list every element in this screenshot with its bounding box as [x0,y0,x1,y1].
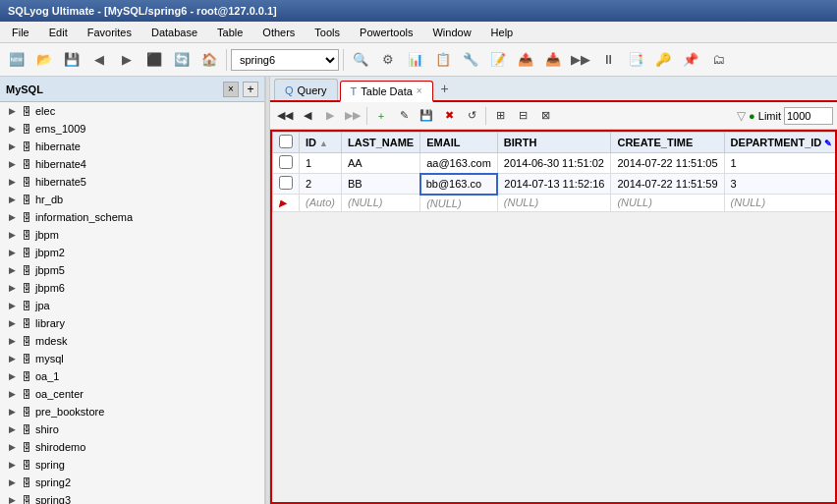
col-header-id[interactable]: ID ▲ [300,133,342,153]
menu-edit[interactable]: Edit [41,25,76,40]
menu-favorites[interactable]: Favorites [80,25,140,40]
cell-0-birth[interactable]: 2014-06-30 11:51:02 [497,153,611,174]
cell-0-id[interactable]: 1 [300,153,342,174]
toolbar-btn-9[interactable]: 🔍 [348,47,373,73]
toolbar-btn-22[interactable]: 🗂 [705,47,731,73]
new-row-cell-0[interactable]: (Auto) [300,195,342,212]
toolbar-btn-6[interactable]: ⬛ [141,47,167,73]
sidebar-item-spring3[interactable]: ▶🗄spring3 [0,491,264,504]
cell-0-email[interactable]: aa@163.com [420,153,498,174]
sidebar-item-hibernate[interactable]: ▶🗄hibernate [0,138,264,155]
sidebar-item-shiro[interactable]: ▶🗄shiro [0,420,264,438]
table-new-row[interactable]: ▶(Auto)(NULL)(NULL)(NULL)(NULL)(NULL) [273,195,838,212]
expander-oa_1[interactable]: ▶ [6,370,18,382]
tbl-btn-edit[interactable]: ✎ [393,105,415,127]
sidebar-item-ems_1009[interactable]: ▶🗄ems_1009 [0,120,264,138]
tbl-btn-delete[interactable]: ✖ [438,105,460,127]
sidebar-item-spring[interactable]: ▶🗄spring [0,456,264,474]
expander-library[interactable]: ▶ [6,317,18,329]
tbl-btn-last[interactable]: ▶▶ [342,105,363,127]
menu-table[interactable]: Table [209,25,251,40]
tbl-btn-add[interactable]: + [370,105,392,127]
sidebar-item-mdesk[interactable]: ▶🗄mdesk [0,332,264,350]
expander-ems_1009[interactable]: ▶ [6,123,18,135]
toolbar-btn-21[interactable]: 📌 [678,47,703,73]
toolbar-btn-15[interactable]: 📤 [513,47,538,73]
expander-spring2[interactable]: ▶ [6,476,18,488]
col-header-department-id[interactable]: DEPARTMENT_ID ✎ [724,133,837,153]
toolbar-btn-16[interactable]: 📥 [540,47,566,73]
tab-add-button[interactable]: + [435,79,455,98]
toolbar-btn-12[interactable]: 📋 [430,47,456,73]
expander-jbpm5[interactable]: ▶ [6,264,18,276]
expander-hibernate4[interactable]: ▶ [6,158,18,170]
cell-1-department_id[interactable]: 3 [724,174,837,195]
sidebar-item-jbpm[interactable]: ▶🗄jbpm [0,226,264,244]
expander-mysql[interactable]: ▶ [6,353,18,364]
tbl-btn-first[interactable]: ◀◀ [274,105,296,127]
limit-input[interactable] [784,107,833,125]
tbl-btn-prev[interactable]: ◀ [297,105,318,127]
cell-1-last_name[interactable]: BB [341,174,419,195]
sidebar-item-spring2[interactable]: ▶🗄spring2 [0,474,264,491]
menu-window[interactable]: Window [424,25,478,40]
expander-hibernate[interactable]: ▶ [6,140,18,152]
expander-pre_bookstore[interactable]: ▶ [6,406,18,418]
col-header-create-time[interactable]: CREATE_TIME [611,133,724,153]
sidebar-item-library[interactable]: ▶🗄library [0,314,264,332]
new-row-cell-1[interactable]: (NULL) [341,195,419,212]
expander-shirodemo[interactable]: ▶ [6,441,18,453]
menu-help[interactable]: Help [483,25,522,40]
new-row-cell-5[interactable]: (NULL) [724,195,837,212]
row-checkbox-0[interactable] [273,153,300,174]
cell-1-birth[interactable]: 2014-07-13 11:52:16 [497,174,611,195]
database-dropdown[interactable]: spring6 spring5 spring4 mysql [231,49,339,71]
toolbar-btn-4[interactable]: ◀ [86,47,112,73]
tbl-btn-next[interactable]: ▶ [319,105,341,127]
menu-database[interactable]: Database [143,25,205,40]
expander-jbpm6[interactable]: ▶ [6,282,18,294]
tbl-btn-refresh[interactable]: ↺ [461,105,482,127]
new-row-cell-2[interactable]: (NULL) [420,195,498,212]
sidebar-add-button[interactable]: + [243,82,258,97]
cell-1-email[interactable]: bb@163.co [420,174,498,195]
tab-tabledata-close[interactable]: × [417,85,422,96]
toolbar-btn-3[interactable]: 💾 [59,47,84,73]
tbl-btn-grid[interactable]: ⊞ [489,105,511,127]
sidebar-item-jbpm6[interactable]: ▶🗄jbpm6 [0,279,264,297]
toolbar-btn-13[interactable]: 🔧 [458,47,483,73]
sidebar-item-oa_1[interactable]: ▶🗄oa_1 [0,367,264,385]
select-all-checkbox[interactable] [279,135,293,148]
sidebar-item-oa_center[interactable]: ▶🗄oa_center [0,385,264,403]
toolbar-btn-1[interactable]: 🆕 [4,47,29,73]
menu-tools[interactable]: Tools [307,25,348,40]
sidebar-item-shirodemo[interactable]: ▶🗄shirodemo [0,438,264,456]
cell-1-id[interactable]: 2 [300,174,342,195]
expander-elec[interactable]: ▶ [6,105,18,117]
sidebar-item-elec[interactable]: ▶🗄elec [0,102,264,120]
new-row-cell-3[interactable]: (NULL) [497,195,611,212]
toolbar-btn-2[interactable]: 📂 [31,47,57,73]
expander-hibernate5[interactable]: ▶ [6,176,18,188]
sidebar-item-jbpm5[interactable]: ▶🗄jbpm5 [0,261,264,279]
expander-oa_center[interactable]: ▶ [6,388,18,400]
col-header-email[interactable]: EMAIL [420,133,498,153]
expander-shiro[interactable]: ▶ [6,423,18,435]
expander-spring3[interactable]: ▶ [6,494,18,504]
sidebar-item-mysql[interactable]: ▶🗄mysql [0,350,264,367]
toolbar-btn-8[interactable]: 🏠 [196,47,222,73]
sidebar-item-hr_db[interactable]: ▶🗄hr_db [0,191,264,208]
expander-jbpm[interactable]: ▶ [6,229,18,241]
expander-mdesk[interactable]: ▶ [6,335,18,347]
toolbar-btn-10[interactable]: ⚙ [375,47,401,73]
tab-query[interactable]: Q Query [274,79,338,100]
tbl-btn-save[interactable]: 💾 [416,105,437,127]
sidebar-item-information_schema[interactable]: ▶🗄information_schema [0,208,264,226]
toolbar-btn-20[interactable]: 🔑 [650,47,676,73]
cell-0-last_name[interactable]: AA [341,153,419,174]
toolbar-btn-14[interactable]: 📝 [485,47,511,73]
sidebar-item-hibernate4[interactable]: ▶🗄hibernate4 [0,155,264,173]
row-checkbox-1[interactable] [273,174,300,195]
expander-information_schema[interactable]: ▶ [6,211,18,223]
new-row-cell-4[interactable]: (NULL) [611,195,724,212]
